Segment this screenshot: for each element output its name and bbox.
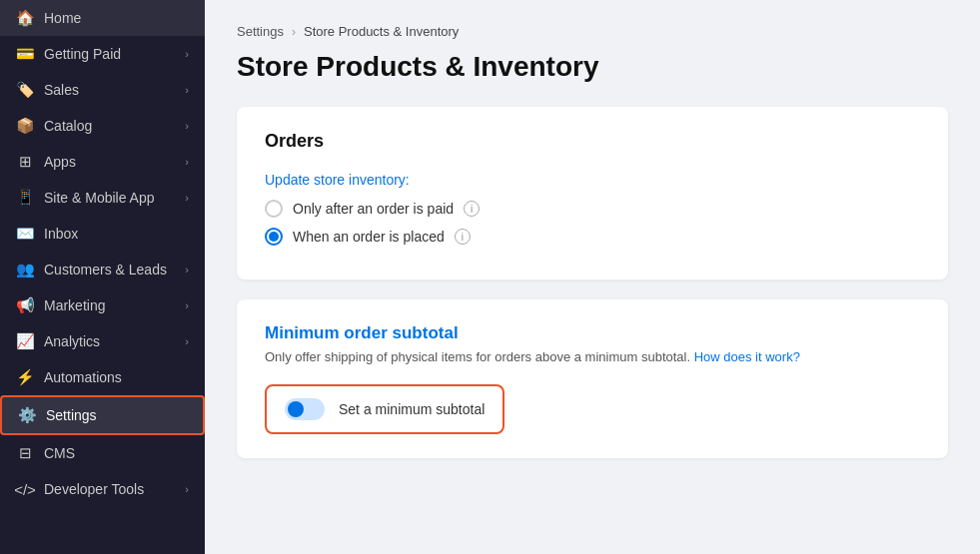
chevron-icon-sales: › <box>185 84 189 96</box>
sidebar-item-sales[interactable]: 🏷️Sales› <box>0 72 205 108</box>
chevron-icon-site-mobile-app: › <box>185 192 189 204</box>
radio-label-when-placed: When an order is placed <box>293 229 445 245</box>
developer-tools-icon: </> <box>16 480 34 498</box>
chevron-icon-customers-leads: › <box>185 264 189 276</box>
chevron-icon-developer-tools: › <box>185 483 189 495</box>
radio-circle-after-paid <box>265 200 283 218</box>
info-icon-when-placed[interactable]: i <box>455 229 471 245</box>
sidebar-item-cms[interactable]: ⊟CMS <box>0 435 205 471</box>
sidebar-label-marketing: Marketing <box>44 297 175 313</box>
automations-icon: ⚡ <box>16 368 34 386</box>
home-icon: 🏠 <box>16 9 34 27</box>
sidebar-item-getting-paid[interactable]: 💳Getting Paid› <box>0 36 205 72</box>
min-subtotal-toggle-row[interactable]: Set a minimum subtotal <box>265 384 504 434</box>
orders-card-title: Orders <box>265 131 920 152</box>
sidebar-label-customers-leads: Customers & Leads <box>44 262 175 277</box>
sidebar-item-catalog[interactable]: 📦Catalog› <box>0 108 205 144</box>
inbox-icon: ✉️ <box>16 225 34 243</box>
sidebar-item-developer-tools[interactable]: </>Developer Tools› <box>0 471 205 507</box>
min-subtotal-toggle[interactable] <box>285 398 325 420</box>
inventory-label: Update store inventory: <box>265 172 920 188</box>
site-mobile-app-icon: 📱 <box>16 189 34 207</box>
sidebar-item-automations[interactable]: ⚡Automations <box>0 359 205 395</box>
sidebar-label-settings: Settings <box>46 407 187 423</box>
sidebar-item-inbox[interactable]: ✉️Inbox <box>0 216 205 252</box>
info-icon-after-paid[interactable]: i <box>464 201 480 217</box>
getting-paid-icon: 💳 <box>16 45 34 63</box>
apps-icon: ⊞ <box>16 153 34 171</box>
customers-leads-icon: 👥 <box>16 261 34 278</box>
min-order-how-link[interactable]: How does it work? <box>694 349 800 364</box>
sidebar-label-sales: Sales <box>44 82 175 98</box>
sidebar-item-customers-leads[interactable]: 👥Customers & Leads› <box>0 252 205 287</box>
main-content: Settings › Store Products & Inventory St… <box>205 0 980 554</box>
sidebar-label-inbox: Inbox <box>44 226 189 242</box>
sidebar-item-analytics[interactable]: 📈Analytics› <box>0 323 205 359</box>
analytics-icon: 📈 <box>16 332 34 350</box>
min-order-desc: Only offer shipping of physical items fo… <box>265 349 920 364</box>
sidebar-label-apps: Apps <box>44 154 175 170</box>
min-order-desc-text: Only offer shipping of physical items fo… <box>265 349 690 364</box>
radio-circle-when-placed <box>265 228 283 246</box>
radio-when-placed[interactable]: When an order is placed i <box>265 228 920 246</box>
radio-after-paid[interactable]: Only after an order is paid i <box>265 200 920 218</box>
sidebar-label-home: Home <box>44 10 189 26</box>
breadcrumb-separator: › <box>292 25 296 39</box>
sidebar-item-settings[interactable]: ⚙️Settings <box>0 395 205 435</box>
chevron-icon-analytics: › <box>185 335 189 347</box>
sidebar: 🏠Home💳Getting Paid›🏷️Sales›📦Catalog›⊞App… <box>0 0 205 554</box>
sidebar-item-apps[interactable]: ⊞Apps› <box>0 144 205 180</box>
toggle-knob <box>288 401 304 417</box>
chevron-icon-catalog: › <box>185 120 189 132</box>
sidebar-label-automations: Automations <box>44 369 189 385</box>
sidebar-label-getting-paid: Getting Paid <box>44 46 175 62</box>
sidebar-label-catalog: Catalog <box>44 118 175 134</box>
cms-icon: ⊟ <box>16 444 34 462</box>
sales-icon: 🏷️ <box>16 81 34 99</box>
breadcrumb-current: Store Products & Inventory <box>304 24 459 39</box>
marketing-icon: 📢 <box>16 296 34 314</box>
sidebar-label-developer-tools: Developer Tools <box>44 481 175 497</box>
toggle-label: Set a minimum subtotal <box>339 401 485 417</box>
minimum-order-card: Minimum order subtotal Only offer shippi… <box>237 299 948 458</box>
sidebar-item-home[interactable]: 🏠Home <box>0 0 205 36</box>
sidebar-item-marketing[interactable]: 📢Marketing› <box>0 287 205 323</box>
min-order-title: Minimum order subtotal <box>265 323 920 343</box>
sidebar-label-analytics: Analytics <box>44 333 175 349</box>
chevron-icon-marketing: › <box>185 299 189 311</box>
sidebar-label-site-mobile-app: Site & Mobile App <box>44 190 175 206</box>
page-title: Store Products & Inventory <box>237 51 948 83</box>
catalog-icon: 📦 <box>16 117 34 135</box>
settings-icon: ⚙️ <box>18 406 36 424</box>
chevron-icon-getting-paid: › <box>185 48 189 60</box>
chevron-icon-apps: › <box>185 156 189 168</box>
breadcrumb-parent[interactable]: Settings <box>237 24 284 39</box>
sidebar-label-cms: CMS <box>44 445 189 461</box>
sidebar-item-site-mobile-app[interactable]: 📱Site & Mobile App› <box>0 180 205 216</box>
breadcrumb: Settings › Store Products & Inventory <box>237 24 948 39</box>
orders-card: Orders Update store inventory: Only afte… <box>237 107 948 279</box>
radio-label-after-paid: Only after an order is paid <box>293 201 454 217</box>
